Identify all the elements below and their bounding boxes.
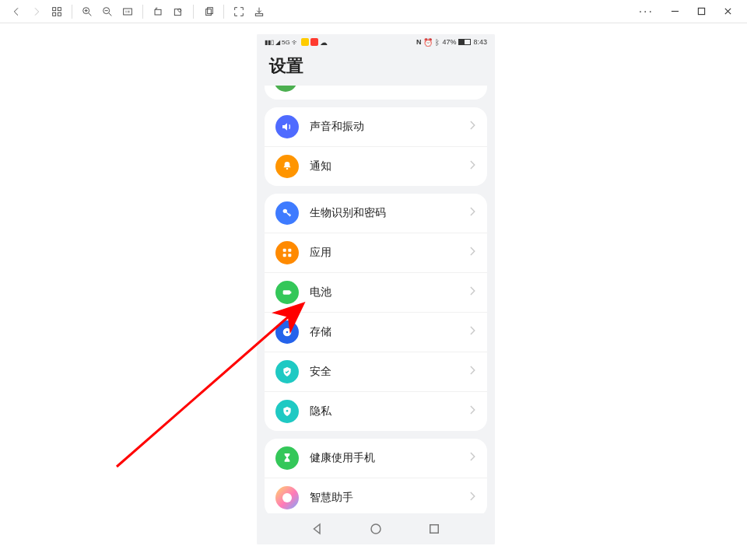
svg-rect-17 xyxy=(283,254,286,257)
nav-forward-button[interactable] xyxy=(26,2,47,22)
bell-icon xyxy=(275,155,299,178)
svg-rect-26 xyxy=(430,525,439,534)
chevron-right-icon xyxy=(468,285,476,299)
rotate-button[interactable] xyxy=(148,2,168,22)
settings-row-health[interactable]: 健康使用手机 xyxy=(265,439,487,478)
settings-row-notify[interactable]: 通知 xyxy=(265,146,487,186)
wifi-5g-icon: 5G xyxy=(282,39,290,46)
svg-point-25 xyxy=(371,524,381,534)
settings-row-label: 电池 xyxy=(310,285,468,299)
zoom-in-button[interactable] xyxy=(77,2,97,22)
svg-point-23 xyxy=(286,410,289,412)
settings-row-security[interactable]: 安全 xyxy=(265,352,487,391)
viewer-stage: ▮▮▯ ◢ 5G ᯤ ☁ N ⏰ ᛒ 47% 8:43 设置 xyxy=(0,23,747,560)
window-close-button[interactable] xyxy=(714,1,741,23)
hourglass-icon xyxy=(275,446,299,470)
key-icon xyxy=(275,201,299,225)
svg-rect-6 xyxy=(124,9,132,15)
svg-rect-0 xyxy=(53,7,56,10)
settings-row-label: 智慧助手 xyxy=(310,491,468,505)
signal-icon-2: ◢ xyxy=(275,39,280,46)
viewer-toolbar: ··· xyxy=(0,0,747,23)
settings-row-privacy[interactable]: 隐私 xyxy=(265,391,487,431)
status-pill-1 xyxy=(301,38,309,46)
partial-row-icon xyxy=(274,86,297,92)
fullscreen-button[interactable] xyxy=(229,2,249,22)
svg-rect-9 xyxy=(206,9,212,15)
chevron-right-icon xyxy=(468,206,476,220)
chevron-right-icon xyxy=(468,365,476,379)
chevron-right-icon xyxy=(468,120,476,134)
settings-row-label: 生物识别和密码 xyxy=(310,206,468,220)
chevron-right-icon xyxy=(468,404,476,418)
nav-recent[interactable] xyxy=(426,521,442,537)
chevron-right-icon xyxy=(468,451,476,465)
settings-row-label: 安全 xyxy=(310,365,468,379)
svg-rect-2 xyxy=(53,12,56,16)
assistant-icon xyxy=(275,486,299,509)
svg-point-14 xyxy=(283,209,287,213)
battery-icon xyxy=(458,39,471,45)
svg-rect-18 xyxy=(288,254,291,257)
chevron-right-icon xyxy=(468,325,476,339)
settings-row-label: 通知 xyxy=(310,159,468,173)
status-time: 8:43 xyxy=(473,38,487,46)
window-maximize-button[interactable] xyxy=(688,1,714,23)
nav-back-button[interactable] xyxy=(6,2,26,22)
chevron-right-icon xyxy=(468,246,476,260)
wifi-icon: ᯤ xyxy=(292,38,300,47)
page-title: 设置 xyxy=(269,54,482,78)
page-header: 设置 xyxy=(257,50,495,86)
svg-rect-19 xyxy=(283,290,290,294)
svg-rect-16 xyxy=(288,249,291,252)
settings-row-apps[interactable]: 应用 xyxy=(265,233,487,272)
battery-icon xyxy=(275,281,299,304)
svg-rect-3 xyxy=(58,12,61,16)
copy-button[interactable] xyxy=(198,2,219,22)
shield-icon xyxy=(275,360,299,383)
shield2-icon xyxy=(275,400,299,423)
phone-status-bar: ▮▮▯ ◢ 5G ᯤ ☁ N ⏰ ᛒ 47% 8:43 xyxy=(257,34,495,50)
android-nav-bar xyxy=(257,513,495,544)
svg-rect-10 xyxy=(208,7,213,13)
settings-row-assistant[interactable]: 智慧助手 xyxy=(265,478,487,517)
chevron-right-icon xyxy=(468,491,476,505)
settings-row-battery[interactable]: 电池 xyxy=(265,272,487,312)
settings-scroll[interactable]: 声音和振动通知 生物识别和密码应用电池存储安全隐私 健康使用手机智慧助手 xyxy=(257,86,495,517)
nav-back[interactable] xyxy=(310,521,325,537)
svg-rect-15 xyxy=(283,249,286,252)
nfc-icon: N xyxy=(416,38,422,46)
settings-row-label: 应用 xyxy=(310,246,468,260)
actual-size-button[interactable] xyxy=(117,2,138,22)
signal-icon: ▮▮▯ xyxy=(265,39,274,46)
grid-icon xyxy=(275,241,299,264)
settings-row-storage[interactable]: 存储 xyxy=(265,312,487,352)
settings-row-label: 存储 xyxy=(310,325,468,339)
save-button[interactable] xyxy=(249,2,269,22)
cloud-icon: ☁ xyxy=(320,38,328,47)
battery-percent: 47% xyxy=(442,38,456,46)
svg-rect-11 xyxy=(255,13,262,16)
window-minimize-button[interactable] xyxy=(661,1,688,23)
settings-row-biometric[interactable]: 生物识别和密码 xyxy=(265,194,487,233)
more-menu-button[interactable]: ··· xyxy=(631,5,661,19)
svg-rect-1 xyxy=(58,7,61,10)
chevron-right-icon xyxy=(468,159,476,173)
settings-group-2: 健康使用手机智慧助手 xyxy=(265,439,487,517)
settings-row-label: 隐私 xyxy=(310,404,468,418)
zoom-out-button[interactable] xyxy=(97,2,117,22)
edit-button[interactable] xyxy=(168,2,188,22)
svg-point-24 xyxy=(282,493,292,502)
disk-icon xyxy=(275,320,299,344)
svg-point-22 xyxy=(286,331,289,334)
phone-screenshot: ▮▮▯ ◢ 5G ᯤ ☁ N ⏰ ᛒ 47% 8:43 设置 xyxy=(257,34,495,544)
settings-row-sound[interactable]: 声音和振动 xyxy=(265,107,487,146)
svg-rect-7 xyxy=(155,9,161,15)
thumbnail-grid-button[interactable] xyxy=(47,2,67,22)
alarm-icon: ⏰ xyxy=(423,38,433,47)
bluetooth-icon: ᛒ xyxy=(435,38,440,47)
svg-rect-20 xyxy=(290,292,291,294)
status-pill-2 xyxy=(310,38,318,46)
nav-home[interactable] xyxy=(368,521,384,537)
settings-row-label: 声音和振动 xyxy=(310,120,468,134)
